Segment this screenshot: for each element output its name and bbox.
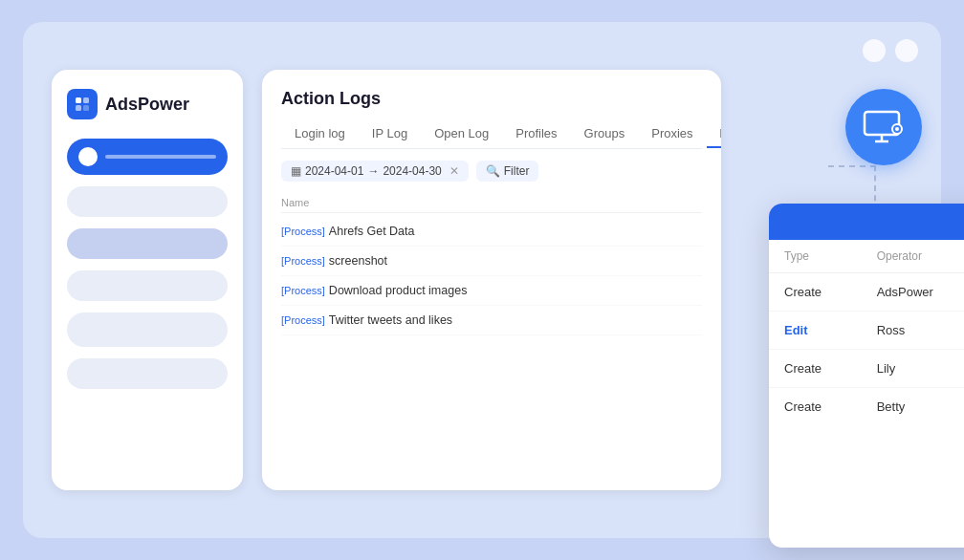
date-arrow: →: [367, 164, 379, 178]
dashed-hline: [828, 165, 876, 167]
detail-operator-1: AdsPower: [877, 285, 964, 299]
tab-open-log[interactable]: Open Log: [421, 120, 502, 148]
log-tag-4: [Process]: [281, 314, 325, 326]
sidebar-item-5[interactable]: [67, 358, 228, 389]
calendar-icon: ▦: [291, 164, 301, 178]
detail-operator-3: Lily: [877, 361, 964, 376]
screen-container: AdsPower Action Logs Login log IP Log Op…: [23, 22, 941, 538]
tab-proxies[interactable]: Proxies: [638, 120, 706, 148]
detail-row-2: Edit Ross 2024-4-17 ...: [769, 312, 964, 350]
search-bar[interactable]: [67, 139, 228, 175]
detail-card: Type Operator Date Create AdsPower 2024-…: [769, 204, 964, 548]
date-to: 2024-04-30: [383, 164, 441, 178]
detail-table-header: Type Operator Date: [769, 240, 964, 273]
detail-type-4: Create: [784, 399, 877, 414]
search-line: [105, 155, 216, 159]
window-circle-1: [863, 39, 886, 62]
detail-type-2: Edit: [784, 323, 877, 337]
table-header: Name: [281, 193, 702, 213]
page-title: Action Logs: [281, 89, 702, 109]
detail-type-3: Create: [784, 361, 877, 376]
logo-icon: [67, 89, 98, 119]
detail-type-1: Create: [784, 285, 877, 299]
search-icon: 🔍: [486, 164, 500, 178]
svg-rect-3: [83, 105, 89, 111]
window-circle-2: [895, 39, 918, 62]
tab-groups[interactable]: Groups: [571, 120, 639, 148]
log-name-1: Ahrefs Get Data: [329, 225, 415, 238]
content-panel: Action Logs Login log IP Log Open Log Pr…: [262, 70, 721, 490]
logo-area: AdsPower: [67, 89, 228, 119]
window-controls: [863, 39, 918, 62]
log-row-4: [Process] Twitter tweets and likes: [281, 306, 702, 335]
log-tag-1: [Process]: [281, 226, 325, 237]
sidebar-panel: AdsPower: [52, 70, 243, 490]
svg-rect-2: [76, 105, 81, 111]
tab-login-log-1[interactable]: Login log: [281, 120, 359, 148]
svg-rect-1: [83, 97, 89, 103]
log-row-1: [Process] Ahrefs Get Data: [281, 217, 702, 247]
tabs-row: Login log IP Log Open Log Profiles Group…: [281, 120, 702, 149]
log-name-3: Download product images: [329, 284, 468, 297]
detail-operator-4: Betty: [877, 399, 964, 414]
log-name-4: Twitter tweets and likes: [329, 313, 452, 327]
log-tag-2: [Process]: [281, 255, 325, 267]
tab-processes[interactable]: Processes: [707, 120, 721, 148]
sidebar-item-4[interactable]: [67, 312, 228, 347]
detail-row-1: Create AdsPower 2024-04-16 11:15:54: [769, 273, 964, 312]
sidebar-item-3[interactable]: [67, 270, 228, 301]
svg-point-8: [895, 127, 899, 131]
tab-ip-log[interactable]: IP Log: [359, 120, 421, 148]
date-clear-button[interactable]: ✕: [449, 164, 459, 178]
tab-profiles[interactable]: Profiles: [502, 120, 570, 148]
log-tag-3: [Process]: [281, 285, 325, 296]
filter-button[interactable]: 🔍 Filter: [476, 161, 539, 182]
filter-row: ▦ 2024-04-01 → 2024-04-30 ✕ 🔍 Filter: [281, 161, 702, 182]
monitor-icon-circle: [845, 89, 922, 165]
log-row-3: [Process] Download product images: [281, 276, 702, 306]
col-type: Type: [784, 249, 877, 263]
right-area: Type Operator Date Create AdsPower 2024-…: [740, 70, 912, 490]
sidebar-item-1[interactable]: [67, 186, 228, 217]
logo-text: AdsPower: [105, 95, 189, 115]
date-filter-badge[interactable]: ▦ 2024-04-01 → 2024-04-30 ✕: [281, 161, 469, 182]
sidebar-item-2[interactable]: [67, 228, 228, 259]
main-layout: AdsPower Action Logs Login log IP Log Op…: [52, 51, 912, 509]
svg-rect-0: [76, 97, 81, 103]
detail-row-3: Create Lily ...: [769, 350, 964, 388]
detail-operator-2: Ross: [877, 323, 964, 337]
log-row-2: [Process] screenshot: [281, 247, 702, 276]
detail-card-header: [769, 204, 964, 240]
log-name-2: screenshot: [329, 254, 387, 268]
filter-label: Filter: [504, 164, 530, 178]
date-from: 2024-04-01: [305, 164, 363, 178]
search-circle-icon: [78, 147, 98, 166]
col-operator: Operator: [877, 249, 964, 263]
detail-row-4: Create Betty ...: [769, 388, 964, 425]
